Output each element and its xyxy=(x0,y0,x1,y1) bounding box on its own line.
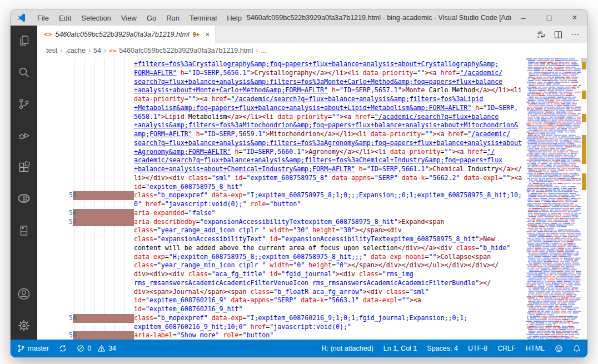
menu-go[interactable]: Go xyxy=(142,10,161,26)
code-line: class="expansionAccessibilityText" id="e… xyxy=(134,235,495,244)
close-button[interactable]: × xyxy=(562,10,587,26)
cursor-position[interactable]: Ln 1, Col 1 xyxy=(383,345,417,352)
tab-whitespace-highlight xyxy=(73,191,134,200)
account-icon[interactable] xyxy=(17,287,31,301)
notifications-bell-icon[interactable] xyxy=(573,345,581,353)
tab-whitespace-highlight xyxy=(73,218,134,227)
git-branch-icon xyxy=(17,345,25,352)
code-line: 5658.1">Lipid Metabolism</a></li><li dat… xyxy=(134,113,499,122)
vscode-logo xyxy=(17,13,27,23)
extensions-icon[interactable] xyxy=(17,160,31,174)
code-line: li></div><div class="sml" id="expitem_60… xyxy=(134,174,522,183)
menu-help[interactable]: Help xyxy=(222,10,247,26)
explorer-icon[interactable] xyxy=(17,33,31,48)
line-number: 57 xyxy=(37,218,77,227)
tab-filename: 5460afc059bc522b3929a0fa3a7b1219.html xyxy=(55,31,189,38)
code-line: data-priority=""><a href="/academic/sear… xyxy=(134,95,483,104)
breadcrumb-filename[interactable]: 5460afc059bc522b3929a0fa3a7b1219.html xyxy=(119,47,253,54)
code-line: div><div><div class="aca_fg_title" id="f… xyxy=(134,270,413,279)
line-number: 55 xyxy=(37,191,77,200)
settings-icon[interactable] xyxy=(17,318,31,333)
code-line: aria-expanded="false" xyxy=(134,209,216,218)
breadcrumb-separator: › xyxy=(104,47,106,54)
breadcrumb-more[interactable]: ... xyxy=(261,47,266,54)
eol-status[interactable]: CRLF xyxy=(497,345,516,352)
code-line: +Agronomy&amp;FORM=AFLTR" h="ID=SERP,566… xyxy=(134,148,495,157)
source-control-icon[interactable] xyxy=(17,97,31,111)
warning-marker xyxy=(582,173,586,190)
tab-bar: <> 5460afc059bc522b3929a0fa3a7b1219.html… xyxy=(37,26,587,43)
warning-marker xyxy=(582,135,586,164)
code-line: expitem_608760216_9_hit;10;0" href="java… xyxy=(134,323,351,332)
code-line: id="expitem_608760216_9_hit" xyxy=(134,305,242,314)
code-line: +balance+analysis+about+Chemical+Industr… xyxy=(134,165,522,174)
code-line: content will be added above the current … xyxy=(134,244,510,253)
errors-icon xyxy=(77,345,84,352)
warnings-icon xyxy=(97,345,106,352)
encoding-status[interactable]: UTF-8 xyxy=(468,345,487,352)
tab-whitespace-highlight xyxy=(73,209,134,218)
code-line: +Metabolism&amp;foq=papers+flux+balance+… xyxy=(134,104,518,113)
split-editor-icon[interactable] xyxy=(554,31,562,39)
menu-run[interactable]: Run xyxy=(161,10,185,26)
window-controls: – □ × xyxy=(511,10,587,26)
sync-icon xyxy=(59,345,67,352)
breadcrumb-54[interactable]: 54 xyxy=(93,47,101,54)
search-icon[interactable] xyxy=(17,65,31,79)
breadcrumb-test[interactable]: test xyxy=(46,47,57,54)
screen: FileEditSelectionViewGoRunTerminalHelp 5… xyxy=(0,0,598,364)
feedback-smiley-icon[interactable] xyxy=(555,345,563,353)
code-line: +analysis&amp;filters=fos%3aMitochondrio… xyxy=(134,121,518,130)
tab-whitespace-highlight xyxy=(73,331,134,340)
problems-status[interactable]: 0 34 xyxy=(77,345,116,352)
window-title: 5460afc059bc522b3929a0fa3a7b1219.html - … xyxy=(247,14,511,22)
more-actions-icon[interactable]: ⋯ xyxy=(571,29,580,39)
code-line: amp;FORM=AFLTR" h="ID=SERP,5659.1">Mitoc… xyxy=(134,130,510,139)
code-line: data-exp="H;expitem_608758975_8;;expitem… xyxy=(134,253,491,262)
tab-whitespace-highlight xyxy=(73,314,134,323)
line-number: 58 xyxy=(37,314,77,323)
language-mode[interactable]: HTML xyxy=(526,345,545,352)
activity-bar: R xyxy=(11,26,37,340)
code-line: academic/search?q=flux+balance+analysis&… xyxy=(134,156,502,165)
code-line: search?q=flux+balance+analysis&amp;filte… xyxy=(134,78,502,87)
overview-ruler-scrollbar[interactable] xyxy=(581,58,587,340)
code-line: FORM=AFLTR" h="ID=SERP,5656.1">Crystallo… xyxy=(134,69,502,78)
editor-tab[interactable]: <> 5460afc059bc522b3929a0fa3a7b1219.html… xyxy=(37,26,216,43)
tab-close-icon[interactable]: × xyxy=(205,30,210,39)
warnings-count: 34 xyxy=(108,345,116,352)
r-language-icon[interactable]: R xyxy=(17,192,31,206)
title-bar: FileEditSelectionViewGoRunTerminalHelp 5… xyxy=(11,10,587,26)
code-area[interactable]: +filters=fos%3aCrystallography&amp;foq=p… xyxy=(37,58,587,340)
menu-view[interactable]: View xyxy=(116,10,142,26)
maximize-button[interactable]: □ xyxy=(536,10,562,26)
vscode-window: FileEditSelectionViewGoRunTerminalHelp 5… xyxy=(10,9,588,358)
code-line: id="expitem_608760216_9" data-appns="SER… xyxy=(134,296,421,305)
run-and-debug-icon[interactable] xyxy=(17,128,31,143)
menu-selection[interactable]: Selection xyxy=(76,10,116,26)
menu-edit[interactable]: Edit xyxy=(54,10,76,26)
code-line: +analysis+about+Monte+Carlo+Method&amp;F… xyxy=(134,86,522,95)
warning-marker xyxy=(582,114,586,122)
svg-text:R: R xyxy=(22,195,28,203)
breadcrumb-separator: › xyxy=(88,47,91,54)
tab-problems-badge: 9+ xyxy=(193,31,200,38)
menu-file[interactable]: File xyxy=(32,10,54,26)
code-line: div><span>Journal</span><span class="b_f… xyxy=(134,288,429,297)
indentation-status[interactable]: Spaces: 4 xyxy=(427,345,458,352)
r-session-status[interactable]: R: (not attached) xyxy=(322,345,373,352)
minimize-button[interactable]: – xyxy=(511,10,536,26)
menu-terminal[interactable]: Terminal xyxy=(185,10,222,26)
git-branch-status[interactable]: master xyxy=(17,345,49,352)
code-line: +filters=fos%3aCrystallography&amp;foq=p… xyxy=(134,60,499,69)
code-line: aria-label="Show more" role="button" xyxy=(134,331,273,340)
sync-status[interactable] xyxy=(59,345,67,352)
line-number: 56 xyxy=(37,209,77,218)
word-wrap-icon[interactable]: ab c xyxy=(537,30,546,39)
remote-notebook-icon[interactable] xyxy=(17,223,31,238)
code-line: class="b_mopexpref" data-exp="I;expitem_… xyxy=(134,191,522,200)
minimap[interactable] xyxy=(526,58,581,340)
breadcrumb-cache[interactable]: .cache xyxy=(65,47,86,54)
breadcrumb-separator: › xyxy=(60,47,62,54)
breadcrumb-separator: › xyxy=(256,47,258,54)
